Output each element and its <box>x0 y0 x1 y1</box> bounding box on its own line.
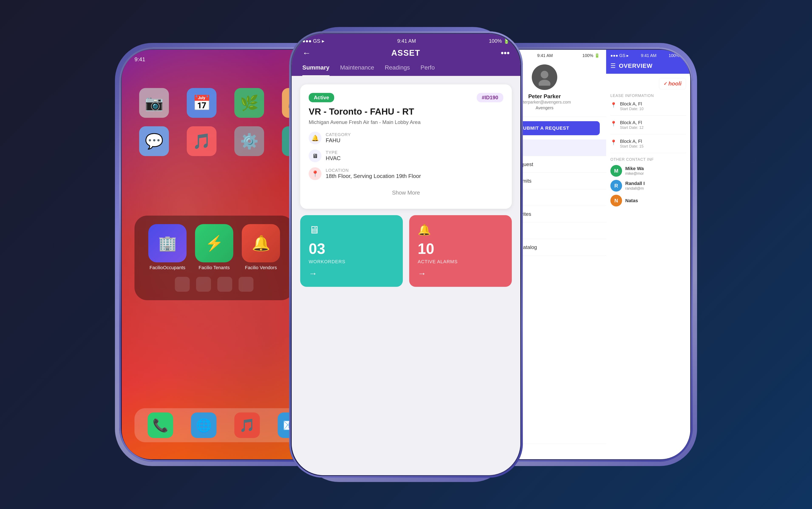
hooli-logo-text: hooli <box>668 80 681 87</box>
back-icon[interactable]: ← <box>302 48 311 58</box>
more-options-icon[interactable]: ••• <box>501 48 510 58</box>
alarms-arrow[interactable]: → <box>418 269 503 278</box>
app-icon[interactable]: 🎵 <box>187 126 217 156</box>
svg-point-1 <box>539 80 550 86</box>
asset-badges: Active #ID190 <box>309 93 503 102</box>
lease-item-2-date: Start Date: 12 <box>620 126 643 130</box>
alarms-stat-card[interactable]: 🔔 10 ACTIVE ALARMS → <box>409 215 512 287</box>
lease-item-3-content: Block A, Fl Start Date: 15 <box>620 139 643 148</box>
overview-time: 9:41 AM <box>641 53 657 58</box>
hamburger-icon[interactable]: ☰ <box>611 62 616 69</box>
dock-phone-icon[interactable]: 📞 <box>148 412 173 438</box>
contact-2-avatar: R <box>611 180 622 192</box>
menu-time: 9:41 AM <box>537 53 553 58</box>
list-item[interactable]: 🔔 Facilio Vendors <box>242 224 280 270</box>
hooli-logo: ✓ hooli <box>659 78 686 89</box>
asset-card: Active #ID190 VR - Toronto - FAHU - RT M… <box>300 84 512 209</box>
page-title: ASSET <box>391 48 420 58</box>
facilio-vendors-label: Facilio Vendors <box>242 265 280 270</box>
facilio-tenants-icon[interactable]: ⚡ <box>195 224 233 262</box>
tab-perfo[interactable]: Perfo <box>420 64 435 76</box>
avatar-image <box>536 69 553 86</box>
profile-name: Peter Parker <box>528 93 561 100</box>
asset-location-field: 📍 LOCATION 18th Floor, Serving Location … <box>309 167 503 180</box>
app-icon[interactable]: ⚙️ <box>234 126 264 156</box>
list-item[interactable]: 🎵 <box>182 126 221 156</box>
contact-item-2: R Randall I randall@m <box>611 180 686 192</box>
category-icon: 🔔 <box>309 132 322 144</box>
app-icon[interactable]: 📷 <box>139 88 169 118</box>
contact-3-avatar: N <box>611 195 622 206</box>
workorders-arrow[interactable]: → <box>309 269 394 278</box>
phones-container: 9:41 🔋 📷 📅 🌿 🎮 <box>24 21 788 488</box>
asset-sublocation: Michigan Avenue Fresh Air fan - Main Lob… <box>309 119 503 125</box>
lease-item-3-date: Start Date: 15 <box>620 144 643 148</box>
dock-browser-icon[interactable]: 🌐 <box>191 412 217 438</box>
contact-item-1: M Mike Wa mike@mor <box>611 165 686 177</box>
list-item[interactable]: 📷 <box>135 88 174 118</box>
workorders-stat-card[interactable]: 🖥 03 WORKORDERS → <box>300 215 403 287</box>
show-more-button[interactable]: Show More <box>309 185 503 200</box>
hooli-check-icon: ✓ <box>664 81 667 87</box>
location-label: LOCATION <box>326 168 421 173</box>
lease-item-2-content: Block A, Fl Start Date: 12 <box>620 120 643 130</box>
phone2-screen: ●●● GS ▸ 9:41 AM 100% 🔋 ← ASSET ••• Summ… <box>292 34 520 475</box>
lease-item-1: 📍 Block A, Fl Start Date: 10 <box>611 101 686 116</box>
tab-maintenance[interactable]: Maintenance <box>340 64 374 76</box>
tab-readings[interactable]: Readings <box>385 64 410 76</box>
type-icon: 🖥 <box>309 149 322 162</box>
phone2-status-bar: ●●● GS ▸ 9:41 AM 100% 🔋 <box>292 34 520 44</box>
contact-1-name: Mike Wa <box>625 166 644 171</box>
folder-icons-row: 🏢 FacilioOccupants ⚡ Facilio Tenants <box>143 224 285 270</box>
pin-icon: 📍 <box>611 102 617 108</box>
list-item[interactable]: 🏢 FacilioOccupants <box>148 224 187 270</box>
lease-item-2-text: Block A, Fl <box>620 120 643 126</box>
lease-item-2: 📍 Block A, Fl Start Date: 12 <box>611 120 686 134</box>
overview-battery: 100% 🔋 <box>669 53 686 58</box>
app-icon[interactable]: 📅 <box>187 88 217 118</box>
workorders-icon: 🖥 <box>309 224 394 236</box>
overview-panel: ●●● GS ▸ 9:41 AM 100% 🔋 ☰ OVERVIEW <box>606 50 690 459</box>
overview-title: OVERVIEW <box>619 63 653 69</box>
svg-point-0 <box>541 71 548 78</box>
contact-3-name: Natas <box>625 198 638 203</box>
phone1-signal: 9:41 <box>135 56 145 63</box>
pin-icon-3: 📍 <box>611 139 617 145</box>
list-item[interactable]: 💬 <box>135 126 174 156</box>
list-item[interactable]: 📅 <box>182 88 221 118</box>
workorders-label: WORKORDERS <box>309 259 394 265</box>
alarms-label: ACTIVE ALARMS <box>418 259 503 265</box>
contacts-section-title: OTHER CONTACT INF <box>611 157 686 162</box>
category-label: CATEGORY <box>326 132 351 137</box>
list-item[interactable]: ⚙️ <box>230 126 269 156</box>
phone2-signal: ●●● GS ▸ <box>302 38 324 44</box>
overview-signal: ●●● GS ▸ <box>611 53 629 58</box>
facilio-folder[interactable]: 🏢 FacilioOccupants ⚡ Facilio Tenants <box>135 215 294 300</box>
lease-item-1-content: Block A, Fl Start Date: 10 <box>620 101 643 111</box>
list-item[interactable]: 🌿 <box>230 88 269 118</box>
lease-item-3-text: Block A, Fl <box>620 139 643 144</box>
asset-category-field: 🔔 CATEGORY FAHU <box>309 132 503 144</box>
alarms-icon: 🔔 <box>418 224 503 236</box>
facilio-occupants-icon[interactable]: 🏢 <box>148 224 187 262</box>
category-content: CATEGORY FAHU <box>326 132 351 144</box>
contact-1-info: Mike Wa mike@mor <box>625 166 644 176</box>
phone2-shell: ●●● GS ▸ 9:41 AM 100% 🔋 ← ASSET ••• Summ… <box>289 31 523 478</box>
list-item[interactable]: ⚡ Facilio Tenants <box>195 224 233 270</box>
tab-summary[interactable]: Summary <box>302 64 330 76</box>
location-value: 18th Floor, Serving Location 19th Floor <box>326 173 421 179</box>
contact-item-3: N Natas <box>611 195 686 206</box>
app-icon[interactable]: 🌿 <box>234 88 264 118</box>
type-value: HVAC <box>326 155 340 162</box>
location-content: LOCATION 18th Floor, Serving Location 19… <box>326 168 421 179</box>
type-content: TYPE HVAC <box>326 150 340 162</box>
active-badge: Active <box>309 93 334 102</box>
contact-3-info: Natas <box>625 198 638 203</box>
id-badge: #ID190 <box>477 93 503 102</box>
category-value: FAHU <box>326 137 351 144</box>
app-icon[interactable]: 💬 <box>139 126 169 156</box>
phone2-time: 9:41 AM <box>397 38 416 44</box>
facilio-vendors-icon[interactable]: 🔔 <box>242 224 280 262</box>
contact-2-email: randall@m <box>625 186 645 191</box>
dock-music-icon[interactable]: 🎵 <box>234 412 260 438</box>
